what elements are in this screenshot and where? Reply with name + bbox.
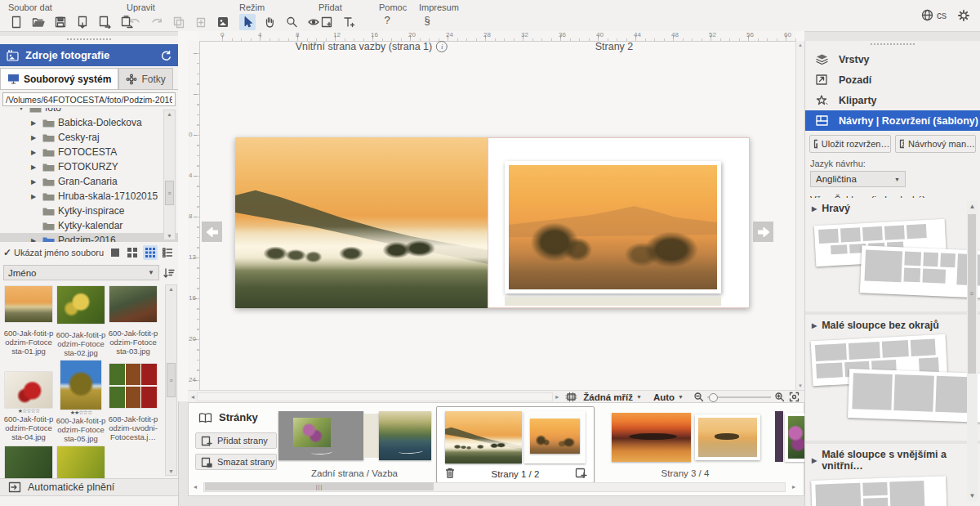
save-button[interactable] [52,14,69,30]
new-file-button[interactable] [8,14,24,30]
design-manager-button[interactable]: Návrhový man… [895,135,977,153]
copy-icon[interactable] [171,14,187,30]
template-card[interactable] [860,245,980,299]
thumbnails-scrollbar[interactable]: ▲ ≡ ▼ [165,284,177,476]
autofill-button[interactable]: Automatické plnění [0,478,178,496]
export-file-button[interactable] [96,14,113,30]
page-2-text-placeholder[interactable] [505,297,721,306]
grid-select[interactable]: Žádná mříž▼ [580,392,645,402]
section-header-small-columns-margins[interactable]: ▶Malé sloupce s vnějšími a vnitřní… [812,449,980,472]
tree-item-podzim2016[interactable]: ▶Podzim-2016 [0,233,178,242]
open-folder-button[interactable] [30,14,47,30]
photo-thumb-6[interactable]: 608-Jak-fotit-podzim-uvodni-Fotocesta.j… [107,359,159,443]
tools-panel-drag-handle[interactable] [870,43,915,46]
insert-page-icon[interactable] [575,468,587,478]
add-pages-button[interactable]: Přidat strany [195,432,277,449]
import-file-button[interactable] [74,14,91,30]
canvas-horizontal-scrollbar[interactable] [197,392,553,401]
tree-item-grancanaria[interactable]: ▶Gran-Canaria [0,174,178,189]
delete-pages-button[interactable]: Smazat strany [195,454,277,470]
section-header-playful[interactable]: ▶Hravý [812,203,980,214]
view-grid-large-button[interactable] [125,245,140,260]
previous-spread-button[interactable] [202,222,222,242]
view-single-button[interactable] [108,245,122,260]
redo-icon[interactable] [149,14,165,30]
template-card[interactable] [811,476,947,506]
photo-thumb-4[interactable]: ★☆☆☆☆600-Jak-fotit-podzim-Fotocesta-04.j… [2,359,55,443]
zoom-slider-knob[interactable] [709,393,718,402]
globe-icon [921,9,933,21]
design-language-select[interactable]: Angličtina▼ [810,171,906,187]
folder-path-input[interactable] [2,92,176,106]
show-filename-checkbox[interactable]: ✓ [3,247,11,258]
refresh-icon[interactable] [160,50,172,61]
photo-thumb-7[interactable] [2,445,55,479]
templates-scrollbar[interactable]: ▲ ≡ ▼ [967,201,978,501]
zoom-in-icon[interactable] [774,392,785,402]
image-edit-icon[interactable] [215,14,231,30]
add-text-button[interactable] [341,14,357,30]
panel-item-layouts[interactable]: Návrhy | Rozvržení (šablony) [805,110,980,131]
photo-thumb-3[interactable]: 600-Jak-fotit-podzim-Fotocesta-03.jpg [107,284,159,357]
pages-scroll-right[interactable]: ▸ [792,483,795,490]
next-spread-button[interactable] [753,222,773,242]
tree-item-hrubaskala[interactable]: ▶Hruba-skala-17102015 [0,189,178,204]
hscroll-left-arrow[interactable]: ◂ [191,393,194,401]
templates-scrollbar-thumb[interactable]: ≡ [968,214,976,374]
template-card[interactable] [848,369,980,423]
page-thumb-3-4-label: Strany 3 / 4 [662,468,710,478]
select-tool-button[interactable] [239,14,256,30]
page-thumb-1-2-label: Strany 1 / 2 [492,469,540,479]
save-layout-button[interactable]: Uložit rozvržen… [809,135,891,153]
photo-thumb-5[interactable]: ★★☆☆☆600-Jak-fotit-podzim-Fotocesta-05.j… [55,359,107,443]
zoom-slider[interactable] [707,396,771,398]
trash-icon[interactable] [445,468,455,478]
fit-to-page-icon[interactable] [789,392,800,402]
page-2[interactable] [488,137,750,308]
tree-item-kytkyinspirace[interactable]: Kytky-inspirace [0,204,178,218]
panel-item-layers[interactable]: Vrstvy [805,49,980,69]
photo-thumb-1[interactable]: 600-Jak-fotit-podzim-Fotocesta-01.jpg [2,284,55,357]
page-1-photo[interactable] [235,137,488,308]
hand-tool-button[interactable] [261,14,278,30]
undo-icon[interactable] [127,14,143,30]
page-2-photo-frame[interactable] [505,161,721,293]
photo-thumb-2[interactable]: 600-Jak-fotit-podzim-Fotocesta-02.jpg [55,284,107,357]
tree-item-foto[interactable]: ▼foto [0,108,178,115]
view-grid-small-button[interactable] [143,245,158,260]
tab-photos[interactable]: Fotky [118,68,172,89]
impressum-button[interactable]: § [419,14,435,26]
tree-item-babicka[interactable]: ▶Babicka-Doleckova [0,115,178,130]
sort-field-select[interactable]: Jméno▼ [3,265,159,280]
add-image-button[interactable] [318,14,335,30]
tree-item-fotokurzy[interactable]: ▶FOTOKURZY [0,159,178,174]
info-icon[interactable]: i [436,41,448,52]
panel-item-cliparts[interactable]: Kliparty [805,90,980,110]
pages-scrollbar[interactable]: ◂ ||| ▸ [194,481,795,491]
page-thumb-1-2-selected[interactable]: Strany 1 / 2 [436,406,595,483]
sort-direction-button[interactable] [163,267,175,279]
tree-item-fotocesta[interactable]: ▶FOTOCESTA [0,145,178,159]
tree-item-kytkykalendar[interactable]: Kytky-kalendar [0,218,178,233]
language-switcher[interactable]: cs [921,9,947,21]
pages-scroll-left[interactable]: ◂ [194,483,197,490]
panel-item-background[interactable]: Pozadí [805,69,980,90]
view-list-button[interactable] [160,245,175,260]
paste-icon[interactable] [193,14,209,30]
zoom-tool-button[interactable] [283,14,300,30]
zoom-out-icon[interactable] [693,392,704,402]
section-header-small-columns[interactable]: ▶Malé sloupce bez okrajů [812,320,980,331]
canvas-vertical-scrollbar[interactable]: ▲▼ [795,41,804,390]
book-spread[interactable] [235,137,750,308]
photo-thumb-8[interactable] [55,445,107,479]
settings-gear-icon[interactable] [957,9,970,22]
zoom-select[interactable]: Auto▼ [650,392,687,402]
menu-label-help: Pomoc [379,2,407,12]
hscroll-right-arrow[interactable]: ▸ [555,393,559,401]
panel-drag-handle[interactable] [66,38,112,41]
help-button[interactable]: ? [379,14,395,26]
pages-scrollbar-thumb[interactable]: ||| [205,482,434,490]
tree-item-ceskyraj[interactable]: ▶Cesky-raj [0,130,178,145]
tab-filesystem[interactable]: Souborový systém [0,68,118,89]
tree-scrollbar[interactable]: ▲≡▼ [163,110,176,240]
